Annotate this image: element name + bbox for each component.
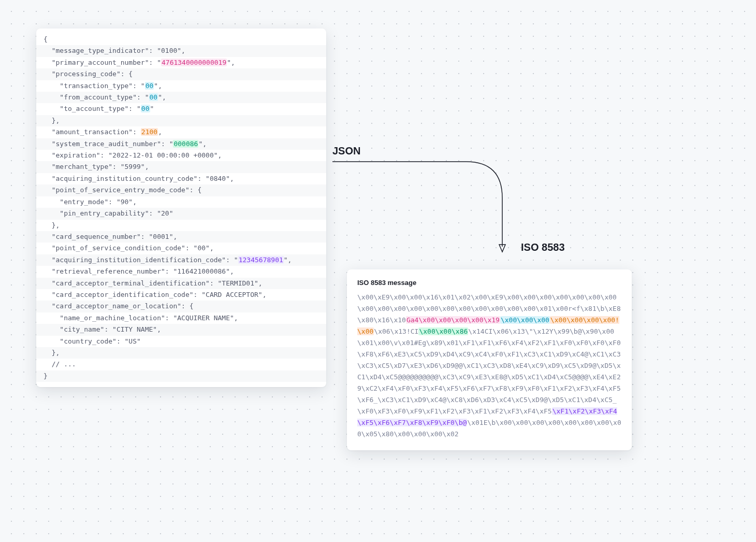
- highlight-cyan: 00: [149, 93, 158, 101]
- json-code-line: "city_name": "CITY NAME",: [36, 324, 326, 335]
- json-code-line: "to_account_type": "00": [36, 103, 326, 115]
- json-code-line: "merchant_type": "5999",: [36, 161, 326, 173]
- highlight-magenta: 4761340000000019: [161, 59, 227, 66]
- json-code-line: "processing_code": {: [36, 68, 326, 80]
- json-code-line: },: [36, 220, 326, 231]
- json-code-line: // ...: [36, 359, 326, 370]
- highlight-green: \x00\x00\x86: [418, 327, 468, 335]
- highlight-cyan: \x00\x00\x00: [500, 316, 550, 324]
- highlight-green: 000086: [173, 140, 198, 148]
- highlight-cyan: 00: [145, 82, 154, 90]
- json-code-line: "point_of_service_condition_code": "00",: [36, 243, 326, 254]
- json-code-line: "primary_account_number": "4761340000000…: [36, 57, 326, 68]
- json-code-line: "retrieval_reference_number": "116421000…: [36, 266, 326, 277]
- json-code-line: "card_acceptor_name_or_location": {: [36, 301, 326, 312]
- json-code-line: "card_sequence_number": "0001",: [36, 231, 326, 243]
- json-label: JSON: [332, 145, 360, 157]
- json-code-line: }: [36, 370, 326, 382]
- json-code-line: "message_type_indicator": "0100",: [36, 45, 326, 56]
- json-code-line: "amount_transaction": 2100,: [36, 126, 326, 138]
- json-code-line: {: [36, 34, 326, 45]
- json-code-line: },: [36, 347, 326, 359]
- iso-message-card: ISO 8583 message \x00\xE9\x00\x00\x16\x0…: [347, 269, 632, 450]
- json-code-line: "expiration": "2022-12-01 00:00:00 +0000…: [36, 150, 326, 161]
- json-code-line: "card_acceptor_terminal_identification":…: [36, 278, 326, 289]
- json-code-card: { "message_type_indicator": "0100", "pri…: [36, 28, 326, 387]
- json-code-line: "pin_entry_capability": "20": [36, 208, 326, 219]
- json-code-line: "name_or_machine_location": "ACQUIRER NA…: [36, 312, 326, 324]
- json-code-line: "card_acceptor_identification_code": "CA…: [36, 289, 326, 301]
- json-code-line: "transaction_type": "00",: [36, 80, 326, 92]
- iso-message-title: ISO 8583 message: [357, 279, 621, 287]
- json-code-line: "acquiring_institution_country_code": "0…: [36, 173, 326, 184]
- json-code-line: "point_of_service_entry_mode_code": {: [36, 184, 326, 196]
- json-code-line: "from_account_type": "00",: [36, 92, 326, 103]
- iso-message-body: \x00\xE9\x00\x00\x16\x01\x02\x00\xE9\x00…: [357, 292, 621, 440]
- json-code-line: },: [36, 115, 326, 126]
- json-code-line: "entry_mode": "90",: [36, 196, 326, 208]
- highlight-purple: \xF1\xF2\xF3\xF4\xF5\xF6\xF7\xF8\xF9\xF0…: [357, 407, 617, 426]
- json-code-line: "acquiring_institution_identification_co…: [36, 254, 326, 266]
- json-code-line: "country_code": "US": [36, 336, 326, 347]
- json-code-line: "system_trace_audit_number": "000086",: [36, 138, 326, 150]
- highlight-purple: 12345678901: [238, 256, 284, 264]
- iso-label: ISO 8583: [521, 241, 565, 253]
- highlight-cyan: 00: [141, 105, 150, 112]
- transform-arrow: [331, 161, 513, 254]
- highlight-orange: 2100: [141, 128, 158, 136]
- highlight-magenta: Ga4\x00\x00\x00\x00\x19: [406, 316, 500, 324]
